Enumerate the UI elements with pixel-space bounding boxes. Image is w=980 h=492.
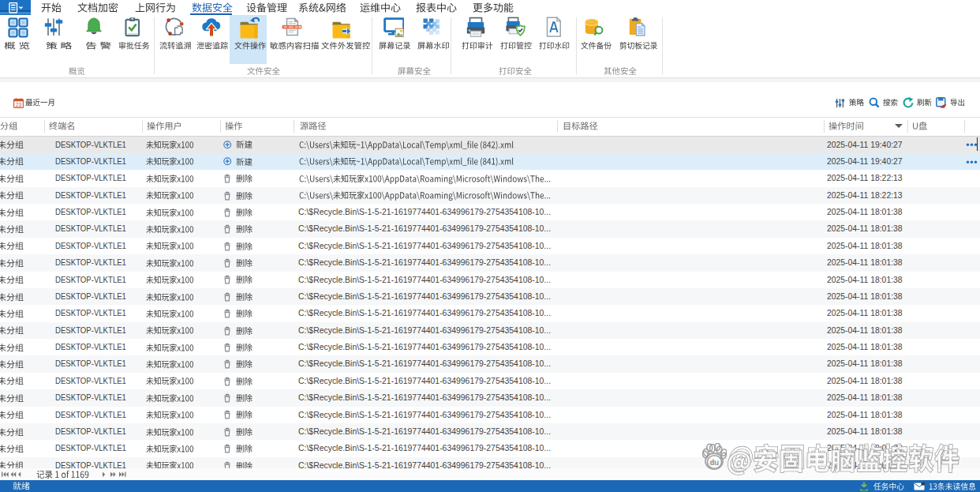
svg-text:23: 23 [16, 101, 22, 107]
svg-text:du: du [709, 457, 719, 467]
